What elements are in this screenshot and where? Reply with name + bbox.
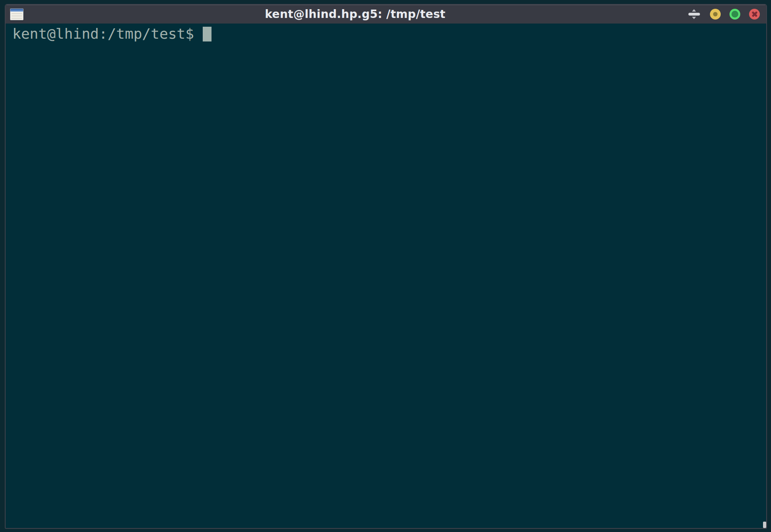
maximize-button[interactable] — [729, 9, 740, 20]
terminal-window: kent@lhind.hp.g5: /tmp/test kent@lhind:/… — [5, 4, 767, 529]
prompt-line: kent@lhind:/tmp/test$ — [12, 26, 766, 41]
terminal-cursor — [203, 27, 212, 41]
window-controls — [687, 7, 760, 22]
shade-down-arrow-icon — [692, 17, 696, 19]
close-button[interactable] — [749, 9, 760, 20]
shade-bar-icon — [688, 13, 700, 16]
scrollbar-thumb[interactable] — [763, 522, 766, 528]
shade-button[interactable] — [687, 7, 701, 22]
shade-up-arrow-icon — [692, 9, 696, 12]
prompt-text: kent@lhind:/tmp/test$ — [12, 26, 194, 42]
minimize-button[interactable] — [710, 9, 721, 20]
terminal-screen[interactable]: kent@lhind:/tmp/test$ — [6, 24, 766, 528]
window-title: kent@lhind.hp.g5: /tmp/test — [28, 8, 683, 21]
terminal-app-icon[interactable] — [10, 8, 24, 20]
title-bar[interactable]: kent@lhind.hp.g5: /tmp/test — [6, 5, 766, 24]
